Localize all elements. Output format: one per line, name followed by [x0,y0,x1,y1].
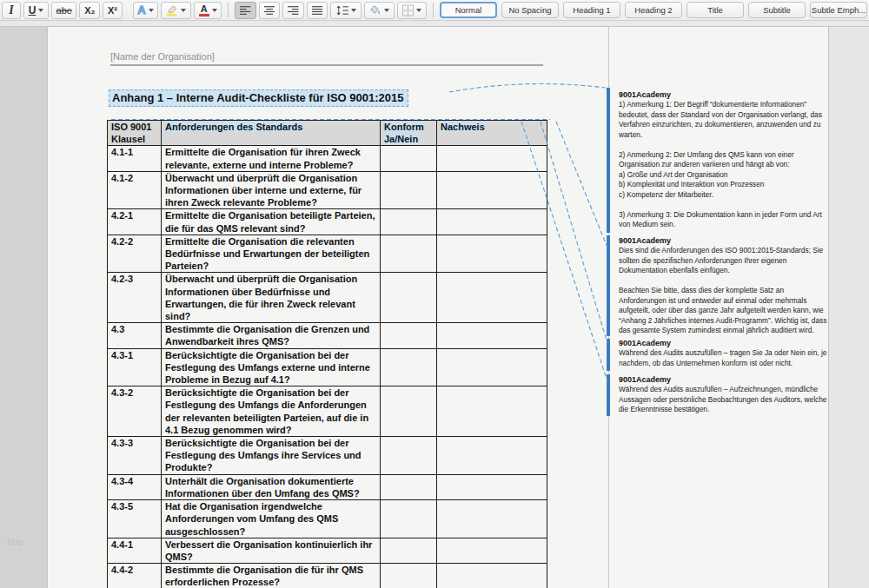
canvas-left-margin: http [0,27,48,588]
style-button-subtitle[interactable]: Subtitle [748,2,806,18]
underline-button[interactable]: U [23,2,49,19]
strikethrough-button[interactable]: abe [51,2,77,19]
nachweis-cell[interactable] [437,564,547,588]
font-color-button[interactable]: A [194,2,222,19]
nachweis-cell[interactable] [437,146,547,171]
nachweis-cell[interactable] [437,273,547,323]
requirement-cell[interactable]: Unterhält die Organisation dokumentierte… [162,474,381,499]
comment-author: 9001Academy [619,375,833,384]
align-right-button[interactable] [282,2,303,19]
column-header[interactable]: Anforderungen des Standards [162,121,381,146]
clause-cell[interactable]: 4.1-2 [108,171,162,209]
column-header[interactable]: ISO 9001 Klausel [108,121,162,146]
table-row: 4.2-1Ermittelte die Organisation beteili… [108,209,547,235]
highlight-button[interactable] [161,2,191,19]
superscript-icon: X² [108,5,117,16]
konform-cell[interactable] [381,564,437,588]
comment-author: 9001Academy [619,236,833,245]
requirement-cell[interactable]: Ermittelte die Organisation die relevant… [162,235,381,273]
requirement-cell[interactable]: Berücksichtigte die Organisation bei der… [162,437,381,475]
requirement-cell[interactable]: Überwacht und überprüft die Organisation… [162,273,381,323]
align-center-button[interactable] [259,2,280,19]
konform-cell[interactable] [381,323,437,348]
requirement-cell[interactable]: Berücksichtigte die Organisation bei der… [162,348,381,386]
font-color-icon: A [199,4,209,17]
konform-cell[interactable] [381,273,437,323]
style-gallery: NormalNo SpacingHeading 1Heading 2TitleS… [440,2,867,18]
konform-cell[interactable] [381,146,437,171]
clause-cell[interactable]: 4.3 [108,323,162,348]
clause-cell[interactable]: 4.2-3 [108,273,162,323]
clause-cell[interactable]: 4.1-1 [108,146,162,171]
style-button-title[interactable]: Title [687,2,744,18]
konform-cell[interactable] [381,437,437,475]
konform-cell[interactable] [381,235,437,273]
superscript-button[interactable]: X² [103,2,123,19]
document-title[interactable]: Anhang 1 – Interne Audit-Checkliste für … [109,89,408,107]
table-row: 4.1-2Überwacht und überprüft die Organis… [108,171,547,209]
nachweis-cell[interactable] [437,323,547,348]
clause-cell[interactable]: 4.3-2 [108,386,162,437]
comment-1[interactable]: 9001Academy 1) Anmerkung 1: Der Begriff … [619,90,833,230]
clause-cell[interactable]: 4.3-3 [108,437,162,475]
style-button-no-spacing[interactable]: No Spacing [501,2,559,18]
audit-table-body: 4.1-1Ermittelte die Organisation für ihr… [108,146,547,588]
comment-anchor-highlight: Anforderungen des Standards [165,122,302,132]
requirement-cell[interactable]: Berücksichtigte die Organisation bei der… [162,386,381,437]
comment-body: 1) Anmerkung 1: Der Begriff “dokumentier… [619,100,833,230]
clause-cell[interactable]: 4.2-2 [108,235,162,273]
justify-button[interactable] [307,2,328,19]
requirement-cell[interactable]: Hat die Organisation irgendwelche Anford… [162,500,381,538]
requirement-cell[interactable]: Bestimmte die Organisation die Grenzen u… [162,323,381,348]
line-spacing-button[interactable] [330,2,362,19]
konform-cell[interactable] [381,474,437,499]
konform-cell[interactable] [381,538,437,563]
style-button-heading-2[interactable]: Heading 2 [625,2,682,18]
table-row: 4.3-2Berücksichtigte die Organisation be… [108,386,547,437]
column-header[interactable]: Konform Ja/Nein [381,121,437,146]
clause-cell[interactable]: 4.2-1 [108,209,162,235]
requirement-cell[interactable]: Ermittelte die Organisation für ihren Zw… [162,146,381,171]
clause-cell[interactable]: 4.3-4 [108,474,162,499]
highlighter-icon [166,3,178,17]
nachweis-cell[interactable] [437,235,547,273]
shading-button[interactable] [364,2,395,19]
comment-3[interactable]: 9001Academy Während des Audits auszufüll… [619,339,833,368]
konform-cell[interactable] [381,500,437,538]
style-button-normal[interactable]: Normal [440,2,497,18]
nachweis-cell[interactable] [437,348,547,386]
borders-button[interactable] [397,2,427,19]
nachweis-cell[interactable] [437,386,547,437]
nachweis-cell[interactable] [437,500,547,538]
align-left-button[interactable] [235,2,255,19]
nachweis-cell[interactable] [437,171,547,209]
organization-name-field[interactable]: [Name der Organisation] [110,51,543,66]
comment-4[interactable]: 9001Academy Während des Audits auszufüll… [619,375,833,415]
requirement-cell[interactable]: Verbessert die Organisation kontinuierli… [162,538,381,563]
audit-table-header-row: ISO 9001 KlauselAnforderungen des Standa… [108,121,547,146]
konform-cell[interactable] [381,386,437,437]
requirement-cell[interactable]: Überwacht und überprüft die Organisation… [162,171,381,209]
konform-cell[interactable] [381,209,437,235]
nachweis-cell[interactable] [437,474,547,499]
requirement-cell[interactable]: Ermittelte die Organisation beteiligte P… [162,209,381,235]
konform-cell[interactable] [381,348,437,386]
requirement-cell[interactable]: Bestimmte die Organisation die für ihr Q… [162,564,381,588]
nachweis-cell[interactable] [437,538,547,563]
clause-cell[interactable]: 4.4-1 [108,538,162,563]
column-header[interactable]: Nachweis [437,121,547,146]
comment-2[interactable]: 9001Academy Dies sind die Anforderungen … [619,236,833,336]
style-button-subtle-emph-[interactable]: Subtle Emph... [810,2,867,18]
clause-cell[interactable]: 4.3-1 [108,348,162,386]
clause-cell[interactable]: 4.4-2 [108,564,162,588]
nachweis-cell[interactable] [437,437,547,475]
style-button-heading-1[interactable]: Heading 1 [563,2,620,18]
text-effects-button[interactable]: A [133,2,159,19]
clause-cell[interactable]: 4.3-5 [108,500,162,538]
italic-button[interactable]: I [2,2,21,19]
konform-cell[interactable] [381,171,437,209]
dropdown-caret-icon [384,9,389,12]
table-row: 4.3-4Unterhält die Organisation dokument… [108,474,547,499]
nachweis-cell[interactable] [437,209,547,235]
subscript-button[interactable]: X₂ [79,2,100,19]
